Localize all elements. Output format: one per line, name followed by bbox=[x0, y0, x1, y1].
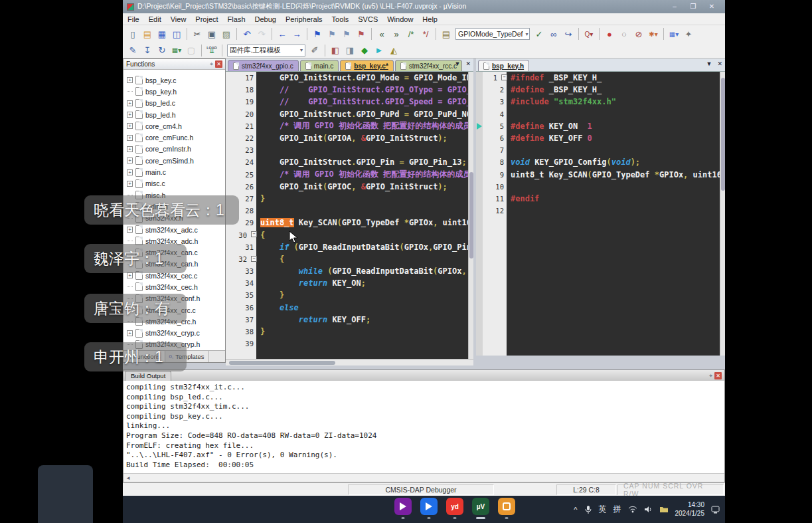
editor-tab-bsp-key-c-[interactable]: bsp_key.c* bbox=[340, 60, 394, 71]
folder-icon[interactable] bbox=[659, 506, 669, 513]
bookmark-toggle-icon[interactable]: ⚑ bbox=[311, 27, 324, 41]
find-text-combo[interactable]: GPIOMode_TypeDef▾ bbox=[455, 28, 530, 40]
tree-item-stm32f4xx_adc-c[interactable]: +stm32f4xx_adc.c bbox=[123, 224, 225, 235]
expand-icon[interactable]: + bbox=[127, 77, 133, 83]
comment-icon[interactable]: /* bbox=[404, 27, 418, 41]
save-all-icon[interactable]: ◫ bbox=[170, 27, 183, 41]
options-for-target-icon[interactable]: ✐ bbox=[308, 44, 321, 57]
expand-icon[interactable]: + bbox=[127, 227, 133, 233]
code-editor-bsp-key-h[interactable]: 1−#ifndef _BSP_KEY_H_2#define _BSP_KEY_H… bbox=[476, 72, 725, 356]
vertical-scrollbar[interactable] bbox=[468, 72, 473, 359]
tray-chevron-icon[interactable]: ^ bbox=[574, 506, 577, 514]
tab-list-icon[interactable]: ▼ bbox=[455, 60, 461, 67]
menu-view[interactable]: View bbox=[166, 15, 191, 23]
tree-item-core_cmFunc-h[interactable]: +core_cmFunc.h bbox=[123, 132, 225, 143]
pin-icon[interactable]: ⌖ bbox=[709, 372, 712, 379]
new-file-icon[interactable]: ▯ bbox=[126, 27, 139, 41]
manage-components-icon[interactable]: ◧ bbox=[329, 44, 342, 57]
start-button[interactable] bbox=[368, 498, 386, 515]
menu-help[interactable]: Help bbox=[418, 15, 442, 23]
window-titlebar[interactable]: D:\Project\Keil_Project\STM32\basic\按键检测… bbox=[123, 0, 725, 13]
tree-item-core_cm4-h[interactable]: +core_cm4.h bbox=[123, 120, 225, 132]
build-icon[interactable]: ↧ bbox=[141, 44, 154, 57]
panel-close-icon[interactable]: ✕ bbox=[714, 372, 722, 379]
rebuild-icon[interactable]: ↻ bbox=[155, 44, 169, 57]
code-editor-bsp-key-c[interactable]: 17 GPIO_InitStruct.GPIO_Mode = GPIO_Mode… bbox=[226, 72, 473, 359]
nav-forward-icon[interactable]: → bbox=[290, 27, 303, 41]
close-button[interactable]: ✕ bbox=[702, 2, 721, 11]
ime-language-indicator[interactable]: 英 bbox=[599, 504, 607, 515]
pin-icon[interactable]: ⌖ bbox=[210, 60, 213, 68]
tab-list-icon[interactable]: ▼ bbox=[706, 60, 712, 67]
expand-icon[interactable]: + bbox=[127, 272, 133, 278]
wifi-icon[interactable] bbox=[628, 506, 637, 513]
functions-panel-header[interactable]: Functions ⌖ ✕ bbox=[123, 59, 225, 70]
horizontal-scrollbar[interactable] bbox=[226, 359, 473, 366]
uncomment-icon[interactable]: */ bbox=[419, 27, 432, 41]
find-in-files-icon[interactable]: ∞ bbox=[547, 27, 560, 41]
build-output-header[interactable]: Build Output ⌖ ✕ bbox=[123, 370, 724, 381]
notification-icon[interactable] bbox=[711, 506, 720, 514]
undo-icon[interactable]: ↶ bbox=[240, 27, 254, 41]
editor-tab-stm32f4xx-rcc-c[interactable]: stm32f4xx_rcc.c bbox=[395, 60, 462, 71]
ime-shape-indicator[interactable]: 拼 bbox=[613, 504, 621, 515]
find-options-icon[interactable]: ✓ bbox=[532, 27, 546, 41]
editor-tab-bsp-key-h[interactable]: bsp_key.h bbox=[478, 60, 529, 71]
menu-window[interactable]: Window bbox=[382, 15, 418, 23]
editor-tab-stm32f4xx-gpio-c[interactable]: stm32f4xx_gpio.c bbox=[228, 60, 299, 71]
tree-item-core_cmInstr-h[interactable]: +core_cmInstr.h bbox=[123, 144, 225, 155]
menu-flash[interactable]: Flash bbox=[223, 15, 250, 23]
tree-item-bsp_led-h[interactable]: +bsp_led.h bbox=[123, 109, 225, 120]
function-editor-icon[interactable]: ► bbox=[372, 44, 386, 57]
tree-item-bsp_led-c[interactable]: +bsp_led.c bbox=[123, 98, 225, 109]
expand-icon[interactable]: + bbox=[127, 146, 133, 152]
expand-icon[interactable]: + bbox=[127, 330, 133, 336]
build-output-tab[interactable]: Build Output bbox=[125, 371, 171, 381]
menu-tools[interactable]: Tools bbox=[327, 15, 354, 23]
menu-edit[interactable]: Edit bbox=[144, 15, 166, 23]
tree-item-bsp_key-h[interactable]: bsp_key.h bbox=[123, 86, 225, 97]
breakpoint-kill-icon[interactable]: ⊘ bbox=[632, 27, 645, 41]
tree-item-misc-c[interactable]: +misc.c bbox=[123, 178, 225, 189]
tree-item-core_cmSimd-h[interactable]: +core_cmSimd.h bbox=[123, 155, 225, 166]
app-uvision[interactable]: µV bbox=[472, 498, 489, 515]
microphone-icon[interactable] bbox=[584, 505, 592, 514]
bookmark-prev-icon[interactable]: ⚑ bbox=[325, 27, 339, 41]
app-messenger[interactable] bbox=[420, 498, 438, 515]
nav-back-icon[interactable]: ← bbox=[276, 27, 289, 41]
menu-debug[interactable]: Debug bbox=[250, 15, 281, 23]
breakpoint-insert-icon[interactable]: ● bbox=[603, 27, 616, 41]
app-youdao[interactable]: yd bbox=[446, 498, 463, 515]
chevron-down-icon[interactable]: ▾ bbox=[523, 31, 528, 37]
indent-icon[interactable]: » bbox=[390, 27, 403, 41]
app-recorder[interactable] bbox=[498, 498, 515, 515]
tree-item-stm32f4xx_cryp-c[interactable]: +stm32f4xx_cryp.c bbox=[123, 328, 225, 339]
expand-icon[interactable]: + bbox=[127, 135, 133, 141]
fold-collapse-icon[interactable]: − bbox=[501, 74, 507, 80]
horizontal-scrollbar[interactable]: ◄ bbox=[123, 473, 724, 482]
copy-icon[interactable]: ▣ bbox=[205, 27, 218, 41]
unindent-icon[interactable]: « bbox=[375, 27, 388, 41]
book-icon[interactable]: ▤ bbox=[440, 27, 453, 41]
minimize-button[interactable]: – bbox=[665, 2, 684, 11]
open-file-icon[interactable]: ▤ bbox=[141, 27, 154, 41]
menu-project[interactable]: Project bbox=[191, 15, 222, 23]
fold-collapse-icon[interactable]: − bbox=[251, 256, 257, 262]
manage-books-icon[interactable]: ◨ bbox=[343, 44, 357, 57]
speaker-icon[interactable] bbox=[644, 506, 653, 513]
incremental-find-icon[interactable]: ↪ bbox=[562, 27, 575, 41]
rte-icon[interactable]: ◆ bbox=[358, 44, 371, 57]
menu-file[interactable]: File bbox=[123, 15, 144, 23]
search-icon[interactable]: Q▾ bbox=[582, 27, 596, 41]
tree-item-main-c[interactable]: +main.c bbox=[123, 166, 225, 177]
pack-installer-icon[interactable]: ◭ bbox=[387, 44, 400, 57]
translate-icon[interactable]: ✎ bbox=[126, 44, 139, 57]
chevron-down-icon[interactable]: ▾ bbox=[297, 47, 303, 53]
tray-clock[interactable]: 14:30 2024/1/25 bbox=[675, 501, 705, 518]
breakpoint-kill-all-icon[interactable]: ✱▾ bbox=[647, 27, 660, 41]
expand-icon[interactable]: + bbox=[127, 169, 133, 175]
menu-svcs[interactable]: SVCS bbox=[353, 15, 382, 23]
editor-tab-main-c[interactable]: main.c bbox=[300, 60, 339, 71]
target-select-combo[interactable]: 固件库.工程模板▾ bbox=[227, 45, 305, 56]
tab-close-icon[interactable]: ✕ bbox=[465, 60, 471, 67]
